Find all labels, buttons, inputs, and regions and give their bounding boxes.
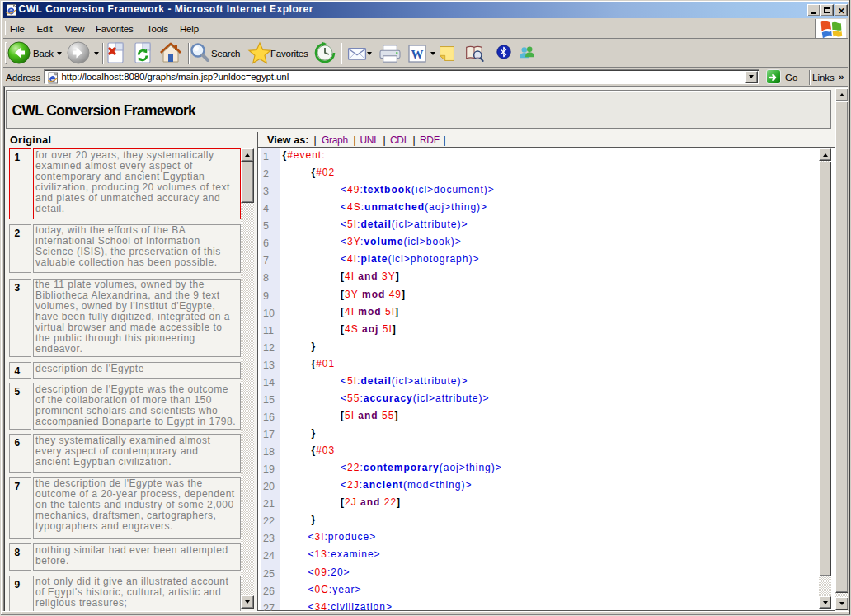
svg-text:W: W (411, 48, 424, 61)
